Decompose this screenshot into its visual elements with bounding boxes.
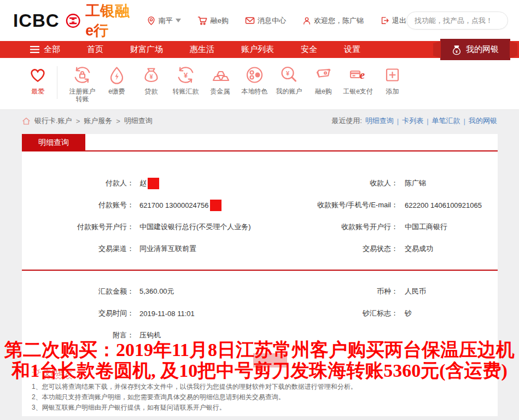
quick-item-label: 本地特色 — [237, 88, 272, 95]
my-ebank-button[interactable]: ¥ 我的网银 — [440, 39, 510, 60]
user-icon — [302, 16, 311, 26]
quick-item-label: 贵金属 — [203, 88, 237, 95]
nav-label: 账户列表 — [241, 44, 274, 55]
quick-item-local-feature[interactable]: 本地特色 — [237, 65, 272, 109]
recent-link-card-list[interactable]: 卡列表 — [402, 116, 423, 126]
recent-link-my-ebank[interactable]: 我的网银 — [469, 116, 497, 126]
quick-item-my-account[interactable]: ¥ 我的账户 — [272, 65, 306, 109]
nav-item-wealth[interactable]: 财富广场 — [130, 44, 163, 55]
svg-text:e: e — [360, 68, 365, 81]
page-body: 银行卡.账户 > 账户服务 > 明细查询 最近使用: 明细查询 | 卡列表 | … — [0, 110, 519, 420]
quick-item-label: 我的账户 — [272, 88, 306, 95]
quick-item-register-transfer[interactable]: 注册账户转账 — [65, 65, 100, 109]
payer-account-value: 621700 13000024756 — [139, 201, 209, 209]
svg-text:¥: ¥ — [456, 49, 458, 54]
breadcrumb-item[interactable]: 账户服务 — [84, 116, 112, 126]
top-header: ICBC 工银融e行 南平 融e购 消息中心 欢迎 — [0, 0, 519, 41]
cart-icon — [197, 15, 208, 26]
register-transfer-icon — [72, 65, 92, 85]
account-magnifier-icon: ¥ — [279, 65, 299, 85]
transaction-tips: 交易提示 1、您可以将查询结果下载，并保存到文本文件中，以供我行为您提供的理财软… — [22, 368, 498, 413]
search-input[interactable] — [415, 16, 511, 25]
breadcrumb-item[interactable]: 银行卡.账户 — [34, 116, 72, 126]
location-selector[interactable]: 南平 — [147, 15, 181, 26]
quick-item-label: 贷款 — [134, 88, 168, 95]
transaction-parties-section: 付款人： 赵 收款人： 陈广锦 付款账号： 621700 13000024756… — [22, 151, 498, 260]
local-feature-icon — [244, 65, 265, 85]
quick-item-precious-metal[interactable]: 贵金属 — [203, 65, 237, 109]
welcome-user[interactable]: 欢迎您，陈广锦 — [302, 16, 364, 26]
nav-item-security[interactable]: 安全 — [301, 44, 317, 55]
quick-item-label: 添加 — [375, 88, 410, 95]
loan-moneybag-icon: ¥ — [141, 65, 161, 85]
payee-bank-value: 中国工商银行 — [398, 222, 498, 232]
nav-label: 全部 — [44, 44, 60, 55]
message-center-link[interactable]: 消息中心 — [245, 16, 286, 26]
currency-value: 人民币 — [398, 287, 498, 296]
nav-label: 安全 — [301, 44, 317, 55]
payer-label: 付款人： — [22, 178, 134, 188]
svg-text:¥: ¥ — [286, 70, 290, 77]
search-box[interactable] — [406, 11, 508, 30]
epay-card-icon: e — [348, 65, 368, 85]
status-label: 交易状态： — [282, 244, 398, 254]
quick-item-label: e缴费 — [100, 88, 134, 95]
pipe-separator: | — [427, 117, 428, 125]
detail-row: 附言： 压钩机 — [22, 324, 498, 346]
memo-value: 压钩机 — [134, 330, 282, 340]
payer-bank-value: 中国建设银行总行(不受理个人业务) — [134, 222, 282, 232]
nav-item-life[interactable]: 惠生活 — [190, 44, 214, 55]
nav-item-accounts[interactable]: 账户列表 — [241, 44, 274, 55]
home-icon[interactable] — [22, 117, 31, 125]
heart-icon — [27, 65, 48, 85]
location-pin-icon — [147, 15, 156, 26]
recent-link-single-remit[interactable]: 单笔汇款 — [432, 116, 460, 126]
channel-label: 交易渠道： — [22, 244, 134, 254]
favorite-item[interactable]: 最爱 — [22, 65, 54, 109]
nav-label: 首页 — [87, 44, 103, 55]
detail-row: 付款账号： 621700 13000024756 收款账号/手机号/E-mail… — [22, 194, 498, 216]
payee-value: 陈广锦 — [398, 178, 498, 188]
pipe-separator: | — [464, 117, 465, 125]
nav-item-settings[interactable]: 设置 — [344, 44, 360, 55]
quick-item-icbc-epay[interactable]: e 工银e支付 — [341, 65, 375, 109]
brand-name: 工银融e行 — [85, 1, 130, 40]
status-value: 交易成功 — [398, 244, 498, 254]
time-value: 2019-11-08 11:01 — [134, 310, 282, 318]
quick-item-label: 融e购 — [306, 88, 341, 95]
detail-row: 交易渠道： 同业清算互联前置 交易状态： 交易成功 — [22, 238, 498, 260]
quick-item-epay-fee[interactable]: e缴费 — [100, 65, 134, 109]
message-center-label: 消息中心 — [258, 16, 286, 26]
hamburger-icon — [30, 46, 39, 53]
logout-label: 退出 — [392, 16, 406, 26]
payee-account-value: 622200 1406100921065 — [398, 201, 498, 209]
icbc-logo-text: ICBC — [13, 10, 60, 31]
welcome-label: 欢迎您，陈广锦 — [314, 16, 364, 26]
recent-used: 最近使用: 明细查询 | 卡列表 | 单笔汇款 | 我的网银 — [331, 116, 497, 126]
quick-item-transfer-remit[interactable]: ¥ 转账汇款 — [168, 65, 203, 109]
rong-e-gou-link[interactable]: 融e购 — [197, 15, 229, 26]
bulb-icon — [32, 368, 41, 378]
payer-account-label: 付款账号： — [22, 200, 134, 210]
payee-account-label: 收款账号/手机号/E-mail： — [282, 200, 398, 210]
envelope-icon — [245, 16, 255, 25]
recent-used-label: 最近使用: — [331, 116, 362, 126]
tip-item: 3、网银互联账户明细由开户银行提供，如有疑问请联系开户银行。 — [32, 402, 498, 413]
logout-icon — [380, 16, 389, 25]
logout-link[interactable]: 退出 — [380, 16, 406, 26]
amount-label: 汇款金额： — [22, 287, 134, 296]
nav-item-all[interactable]: 全部 — [30, 44, 60, 55]
quick-item-rong-e-gou[interactable]: 融e购 — [306, 65, 341, 109]
recent-link-detail-query[interactable]: 明细查询 — [365, 116, 394, 126]
quick-item-add[interactable]: 添加 — [375, 65, 410, 109]
tab-detail-query[interactable]: 明细查询 — [22, 134, 85, 150]
quick-item-loan[interactable]: ¥ 贷款 — [134, 65, 168, 109]
memo-label: 附言： — [22, 330, 134, 340]
tips-title: 交易提示 — [44, 368, 72, 378]
vertical-divider — [57, 66, 57, 99]
nav-item-home[interactable]: 首页 — [87, 44, 103, 55]
breadcrumb-item[interactable]: 明细查询 — [124, 116, 153, 126]
favorite-label: 最爱 — [22, 88, 54, 95]
pipe-separator: | — [397, 117, 399, 125]
breadcrumb: 银行卡.账户 > 账户服务 > 明细查询 最近使用: 明细查询 | 卡列表 | … — [0, 110, 519, 132]
